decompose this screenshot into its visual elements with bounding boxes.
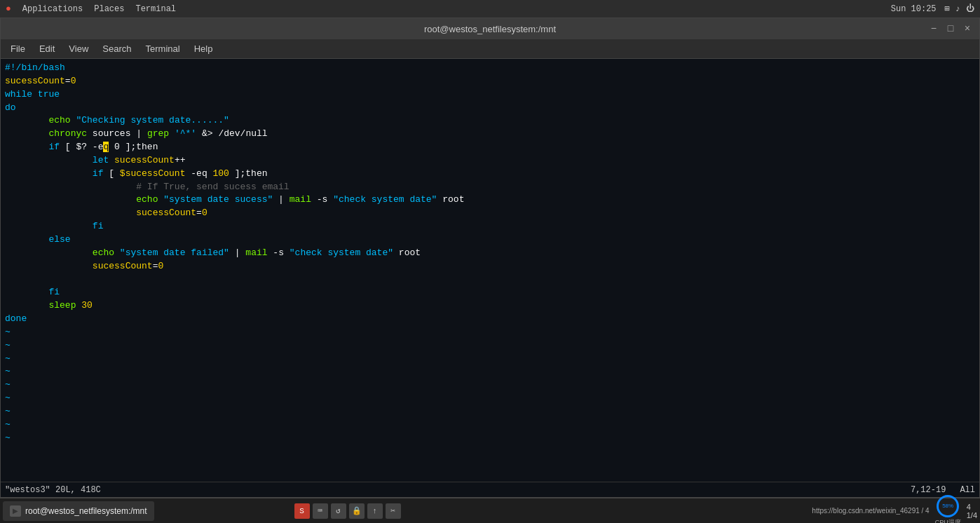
close-button[interactable]: × — [961, 23, 974, 34]
taskbar: ▶ root@westos_netfilesystem:/mnt S ⌨ ↺ 🔒… — [0, 498, 980, 523]
taskbar-icon-1[interactable]: S — [294, 503, 310, 519]
taskbar-right: https://blog.csdn.net/weixin_46291 / 4 5… — [812, 495, 977, 524]
terminal-titlebar: root@westos_netfilesystem:/mnt − □ × — [1, 18, 979, 39]
system-bar-icons: ⊞ ♪ ⏻ — [945, 4, 974, 14]
power-icon[interactable]: ⏻ — [966, 4, 974, 14]
file-info: "westos3" 20L, 418C — [5, 485, 101, 495]
maximize-button[interactable]: □ — [944, 23, 957, 34]
menu-bar: File Edit View Search Terminal Help — [1, 39, 979, 59]
apple-icon: ● — [6, 4, 11, 14]
terminal-content[interactable]: #!/bin/bash sucessCount=0 while true do … — [1, 59, 979, 482]
terminal-menu-bar[interactable]: Terminal — [139, 42, 187, 55]
code-display: #!/bin/bash sucessCount=0 while true do … — [5, 62, 975, 444]
taskbar-icon-3[interactable]: ↺ — [331, 503, 346, 519]
network-icon: ⊞ — [945, 4, 950, 14]
taskbar-numbers: 41/4 — [967, 503, 977, 519]
taskbar-terminal-item[interactable]: ▶ root@westos_netfilesystem:/mnt — [3, 501, 154, 521]
taskbar-icon-4[interactable]: 🔒 — [349, 503, 365, 519]
cursor-position: 7,12-19 — [911, 485, 946, 495]
system-bar-left: ● Applications Places Terminal — [6, 4, 176, 14]
volume-icon: ♪ — [955, 4, 960, 14]
taskbar-terminal-icon: ▶ — [10, 505, 21, 517]
system-bar: ● Applications Places Terminal Sun 10:25… — [0, 0, 980, 18]
edit-menu[interactable]: Edit — [32, 42, 62, 55]
terminal-window: root@westos_netfilesystem:/mnt − □ × Fil… — [0, 18, 980, 498]
places-menu[interactable]: Places — [94, 4, 124, 14]
scroll-position: All — [960, 485, 975, 495]
search-menu[interactable]: Search — [95, 42, 138, 55]
taskbar-icon-5[interactable]: ↑ — [367, 503, 383, 519]
taskbar-icon-2[interactable]: ⌨ — [313, 503, 328, 519]
titlebar-controls: − □ × — [927, 23, 974, 34]
system-bar-right: Sun 10:25 ⊞ ♪ ⏻ — [891, 4, 974, 14]
taskbar-url: https://blog.csdn.net/weixin_46291 / 4 — [812, 507, 929, 515]
terminal-menu[interactable]: Terminal — [135, 4, 176, 14]
status-right: 7,12-19 All — [911, 485, 975, 495]
cpu-label: CPU温度 — [935, 518, 961, 524]
taskbar-icon-6[interactable]: ✂ — [386, 503, 401, 519]
terminal-title: root@westos_netfilesystem:/mnt — [424, 24, 556, 34]
minimize-button[interactable]: − — [927, 23, 940, 34]
taskbar-terminal-label: root@westos_netfilesystem:/mnt — [25, 506, 147, 516]
cpu-indicator: 58% — [937, 495, 959, 517]
file-menu[interactable]: File — [4, 42, 32, 55]
system-time: Sun 10:25 — [891, 4, 937, 14]
taskbar-icons-group: S ⌨ ↺ 🔒 ↑ ✂ — [294, 503, 401, 519]
applications-menu[interactable]: Applications — [22, 4, 83, 14]
view-menu[interactable]: View — [62, 42, 95, 55]
help-menu[interactable]: Help — [187, 42, 220, 55]
